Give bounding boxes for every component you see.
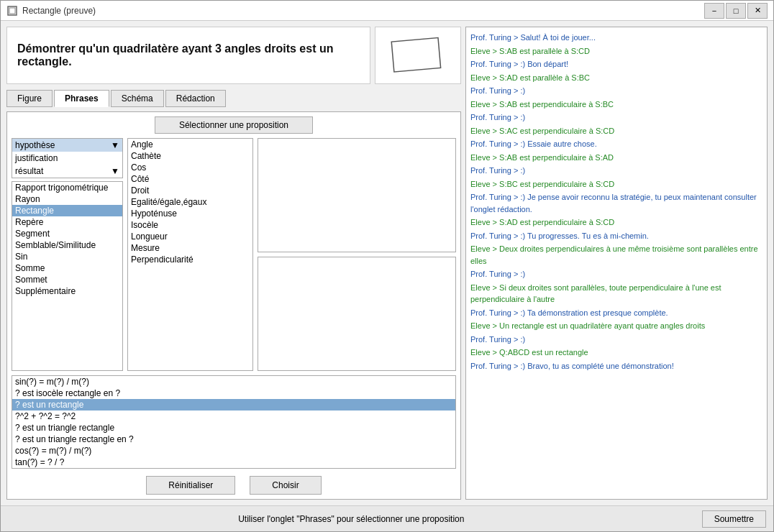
keywords-listbox[interactable]: Rapport trigonométrique Rayon Rectangle … xyxy=(12,181,123,371)
chat-panel: Prof. Turing > Salut! À toi de jouer...E… xyxy=(465,27,768,500)
status-text: Utiliser l'onglet "Phrases" pour sélecti… xyxy=(8,514,695,524)
reset-button[interactable]: Réinitialiser xyxy=(146,476,235,495)
chat-message: Eleve > S:AB est perpendiculaire à S:AD xyxy=(470,152,762,164)
tab-figure[interactable]: Figure xyxy=(6,90,53,107)
tab-content: Sélectionner une proposition hypothèse ▼ xyxy=(6,111,461,500)
prop-selector-button[interactable]: Sélectionner une proposition xyxy=(155,116,313,134)
window-controls: − □ ✕ xyxy=(704,3,768,19)
keyword-item[interactable]: Semblable/Similitude xyxy=(12,239,122,251)
proposition-item[interactable]: ? est un triangle rectangle xyxy=(12,422,455,434)
problem-text: Démontrer qu'un quadrilatère ayant 3 ang… xyxy=(6,27,370,84)
word-item[interactable]: Cos xyxy=(128,162,252,173)
hypothesis-dropdown[interactable]: hypothèse ▼ justification résultat ▼ xyxy=(12,138,123,178)
chat-message: Eleve > S:AC est perpendiculaire à S:CD xyxy=(470,125,762,137)
keyword-item[interactable]: Segment xyxy=(12,228,122,239)
hypothesis-list: hypothèse ▼ justification résultat ▼ xyxy=(12,139,122,178)
maximize-button[interactable]: □ xyxy=(726,3,746,19)
word-item[interactable]: Perpendicularité xyxy=(128,254,252,265)
hypothesis-item-result[interactable]: résultat ▼ xyxy=(12,165,122,178)
upper-right-box xyxy=(258,138,456,252)
close-button[interactable]: ✕ xyxy=(747,3,768,19)
problem-figure xyxy=(375,27,461,84)
chat-message: Prof. Turing > :) Ta démonstration est p… xyxy=(470,307,762,319)
tab-schema[interactable]: Schéma xyxy=(111,90,164,107)
tabs-row: Figure Phrases Schéma Rédaction xyxy=(6,90,461,107)
proposition-item[interactable]: ? est un triangle rectangle en ? xyxy=(12,434,455,445)
keyword-item[interactable]: Rayon xyxy=(12,193,122,205)
chat-message: Prof. Turing > :) xyxy=(470,111,762,124)
main-area: Démontrer qu'un quadrilatère ayant 3 ang… xyxy=(1,21,773,505)
hypothesis-item-hypothesis[interactable]: hypothèse ▼ xyxy=(12,139,122,152)
chat-message: Eleve > S:AD est perpendiculaire à S:CD xyxy=(470,216,762,229)
chat-message: Prof. Turing > :) xyxy=(470,85,762,97)
choose-button[interactable]: Choisir xyxy=(250,476,321,495)
proposition-item[interactable]: sin(?) = m(?) / m(?) xyxy=(12,376,455,387)
right-boxes xyxy=(258,138,456,371)
svg-rect-2 xyxy=(391,37,440,72)
tab-phrases[interactable]: Phrases xyxy=(54,90,109,107)
propositions-listbox[interactable]: sin(?) = m(?) / m(?) ? est isocèle recta… xyxy=(12,375,456,469)
window-title: Rectangle (preuve) xyxy=(22,6,704,16)
word-item[interactable]: Mesure xyxy=(128,242,252,254)
chat-message: Eleve > S:AB est parallèle à S:CD xyxy=(470,45,762,58)
statusbar: Utiliser l'onglet "Phrases" pour sélecti… xyxy=(1,505,773,531)
word-item[interactable]: Longueur xyxy=(128,231,252,242)
left-panel: Démontrer qu'un quadrilatère ayant 3 ang… xyxy=(6,27,461,500)
word-item[interactable]: Hypoténuse xyxy=(128,208,252,219)
chat-message: Eleve > Q:ABCD est un rectangle xyxy=(470,347,762,359)
chat-message: Eleve > S:AB est perpendiculaire à S:BC xyxy=(470,98,762,111)
problem-area: Démontrer qu'un quadrilatère ayant 3 ang… xyxy=(6,27,461,84)
proposition-item[interactable]: cos(?) = m(?) / m(?) xyxy=(12,445,455,457)
chat-message: Prof. Turing > :) Je pense avoir reconnu… xyxy=(470,191,762,215)
keyword-item[interactable]: Sin xyxy=(12,251,122,262)
chat-message: Prof. Turing > Salut! À toi de jouer... xyxy=(470,32,762,44)
word-item[interactable]: Egalité/égale,égaux xyxy=(128,196,252,208)
keyword-item[interactable]: Sommet xyxy=(12,274,122,285)
chat-message: Prof. Turing > :) xyxy=(470,334,762,346)
word-item[interactable]: Cathète xyxy=(128,150,252,162)
chat-message: Eleve > S:BC est perpendiculaire à S:CD xyxy=(470,178,762,191)
word-item[interactable]: Côté xyxy=(128,173,252,185)
words-listbox[interactable]: Angle Cathète Cos Côté Droit Egalité/éga… xyxy=(127,138,253,371)
chat-message: Eleve > S:AD est parallèle à S:BC xyxy=(470,72,762,84)
window-icon xyxy=(6,5,18,17)
titlebar: Rectangle (preuve) − □ ✕ xyxy=(1,1,773,21)
chat-message: Prof. Turing > :) Essaie autre chose. xyxy=(470,138,762,150)
word-item[interactable]: Droit xyxy=(128,185,252,196)
chat-message: Eleve > Un rectangle est un quadrilatère… xyxy=(470,320,762,332)
keyword-item-rectangle[interactable]: Rectangle xyxy=(12,205,122,216)
chat-message: Eleve > Si deux droites sont parallèles,… xyxy=(470,282,762,306)
keyword-item[interactable]: Rapport trigonométrique xyxy=(12,182,122,193)
prop-selector-row: Sélectionner une proposition xyxy=(12,116,456,134)
minimize-button[interactable]: − xyxy=(704,3,724,19)
keyword-item[interactable]: Repère xyxy=(12,216,122,228)
lower-right-box xyxy=(258,257,456,371)
chat-message: Prof. Turing > :) xyxy=(470,268,762,280)
proposition-item[interactable]: tan(?) = ? / ? xyxy=(12,457,455,468)
hypothesis-item-justification[interactable]: justification xyxy=(12,152,122,165)
submit-button[interactable]: Soumettre xyxy=(702,510,766,528)
keyword-item[interactable]: Somme xyxy=(12,262,122,274)
svg-rect-1 xyxy=(9,8,15,14)
chat-message: Prof. Turing > :) xyxy=(470,165,762,177)
proposition-item[interactable]: ?^2 + ?^2 = ?^2 xyxy=(12,411,455,422)
chat-message: Prof. Turing > :) Bon départ! xyxy=(470,58,762,70)
chat-message: Prof. Turing > :) Bravo, tu as complété … xyxy=(470,360,762,372)
tab-redaction[interactable]: Rédaction xyxy=(165,90,226,107)
bottom-buttons: Réinitialiser Choisir xyxy=(12,476,456,495)
proposition-item[interactable]: ? est isocèle rectangle en ? xyxy=(12,387,455,399)
word-item[interactable]: Isocèle xyxy=(128,219,252,231)
proposition-item-rectangle[interactable]: ? est un rectangle xyxy=(12,399,455,411)
word-item[interactable]: Angle xyxy=(128,139,252,150)
chat-message: Eleve > Deux droites perpendiculaires à … xyxy=(470,243,762,267)
keyword-item[interactable]: Supplémentaire xyxy=(12,285,122,297)
chat-message: Prof. Turing > :) Tu progresses. Tu es à… xyxy=(470,230,762,242)
